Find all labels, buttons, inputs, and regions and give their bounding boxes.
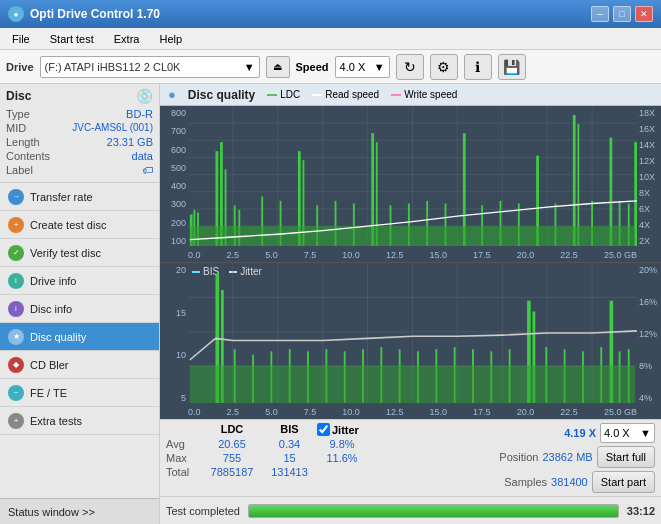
write-speed-legend-dot <box>391 94 401 96</box>
menu-start-test[interactable]: Start test <box>42 31 102 47</box>
position-row: Position 23862 MB Start full <box>499 446 655 468</box>
verify-test-disc-icon: ✓ <box>8 245 24 261</box>
speed-label: Speed <box>296 61 329 73</box>
progress-section: Test completed 33:12 <box>160 496 661 524</box>
window-controls: ─ □ ✕ <box>591 6 653 22</box>
disc-icon: 💿 <box>136 88 153 104</box>
ldc-legend: LDC <box>267 89 300 100</box>
save-button[interactable]: 💾 <box>498 54 526 80</box>
toolbar: Drive (F:) ATAPI iHBS112 2 CL0K ▼ ⏏ Spee… <box>0 50 661 84</box>
refresh-button[interactable]: ↻ <box>396 54 424 80</box>
sidebar: Disc 💿 Type BD-R MID JVC-AMS6L (001) Len… <box>0 84 160 524</box>
drive-selector[interactable]: (F:) ATAPI iHBS112 2 CL0K ▼ <box>40 56 260 78</box>
menu-file[interactable]: File <box>4 31 38 47</box>
main-layout: Disc 💿 Type BD-R MID JVC-AMS6L (001) Len… <box>0 84 661 524</box>
stats-area: LDC BIS Jitter Avg 20.65 0.34 9.8% Max 7… <box>160 419 661 496</box>
cd-bler-label: CD Bler <box>30 359 69 371</box>
create-test-disc-icon: + <box>8 217 24 233</box>
start-full-button[interactable]: Start full <box>597 446 655 468</box>
menu-help[interactable]: Help <box>151 31 190 47</box>
sidebar-item-cd-bler[interactable]: ◆ CD Bler <box>0 351 159 379</box>
speed-selector[interactable]: 4.0 X ▼ <box>335 56 390 78</box>
minimize-button[interactable]: ─ <box>591 6 609 22</box>
total-bis: 131413 <box>262 466 317 478</box>
info-button[interactable]: ℹ <box>464 54 492 80</box>
ldc-col-header: LDC <box>202 423 262 436</box>
contents-label: Contents <box>6 150 50 162</box>
drive-info-label: Drive info <box>30 275 76 287</box>
read-speed-legend: Read speed <box>312 89 379 100</box>
samples-value: 381400 <box>551 476 588 488</box>
position-label: Position <box>499 451 538 463</box>
avg-speed-value: 4.19 X <box>564 427 596 439</box>
progress-time: 33:12 <box>627 505 655 517</box>
sidebar-item-disc-quality[interactable]: ★ Disc quality <box>0 323 159 351</box>
status-window-button[interactable]: Status window >> <box>0 498 159 524</box>
sidebar-item-extra-tests[interactable]: + Extra tests <box>0 407 159 435</box>
drive-label: Drive <box>6 61 34 73</box>
speed-value: 4.0 X <box>340 61 366 73</box>
svg-rect-90 <box>190 365 635 403</box>
app-icon: ● <box>8 6 24 22</box>
jitter-col-header: Jitter <box>332 424 359 436</box>
speed-dropdown[interactable]: 4.0 X ▼ <box>600 423 655 443</box>
jitter-checkbox[interactable] <box>317 423 330 436</box>
settings-button[interactable]: ⚙ <box>430 54 458 80</box>
chart-title: Disc quality <box>188 88 255 102</box>
length-value: 23.31 GB <box>107 136 153 148</box>
speed-row: 4.19 X 4.0 X ▼ <box>564 423 655 443</box>
upper-chart-y-labels-left: 800700600500400300200100 <box>160 106 188 246</box>
fe-te-icon: ~ <box>8 385 24 401</box>
avg-jitter: 9.8% <box>317 438 367 450</box>
close-button[interactable]: ✕ <box>635 6 653 22</box>
read-speed-legend-dot <box>312 94 322 96</box>
avg-ldc: 20.65 <box>202 438 262 450</box>
progress-bar-fill <box>249 505 618 517</box>
samples-label: Samples <box>504 476 547 488</box>
upper-chart: 800700600500400300200100 18X16X14X12X10X… <box>160 106 661 263</box>
read-speed-legend-label: Read speed <box>325 89 379 100</box>
sidebar-item-fe-te[interactable]: ~ FE / TE <box>0 379 159 407</box>
disc-quality-label: Disc quality <box>30 331 86 343</box>
charts-container: 800700600500400300200100 18X16X14X12X10X… <box>160 106 661 419</box>
max-jitter: 11.6% <box>317 452 367 464</box>
speed-dropdown-arrow: ▼ <box>640 427 651 439</box>
transfer-rate-label: Transfer rate <box>30 191 93 203</box>
transfer-rate-icon: → <box>8 189 24 205</box>
type-value: BD-R <box>126 108 153 120</box>
verify-test-disc-label: Verify test disc <box>30 247 101 259</box>
content-area: ● Disc quality LDC Read speed Write spee… <box>160 84 661 524</box>
status-window-label: Status window >> <box>8 506 95 518</box>
stats-header-row: LDC BIS Jitter <box>166 423 491 436</box>
type-label: Type <box>6 108 30 120</box>
maximize-button[interactable]: □ <box>613 6 631 22</box>
speed-dropdown-value: 4.0 X <box>604 427 630 439</box>
disc-quality-icon: ★ <box>8 329 24 345</box>
sidebar-item-create-test-disc[interactable]: + Create test disc <box>0 211 159 239</box>
disc-panel: Disc 💿 Type BD-R MID JVC-AMS6L (001) Len… <box>0 84 159 183</box>
start-part-button[interactable]: Start part <box>592 471 655 493</box>
position-value: 23862 MB <box>542 451 592 463</box>
label-label: Label <box>6 164 33 176</box>
upper-chart-x-labels: 0.02.55.07.510.012.515.017.520.022.525.0… <box>188 250 637 260</box>
lower-chart-y-labels-right: 20%16%12%8%4% <box>637 263 661 403</box>
sidebar-item-disc-info[interactable]: i Disc info <box>0 295 159 323</box>
sidebar-item-verify-test-disc[interactable]: ✓ Verify test disc <box>0 239 159 267</box>
sidebar-item-drive-info[interactable]: i Drive info <box>0 267 159 295</box>
avg-bis: 0.34 <box>262 438 317 450</box>
length-label: Length <box>6 136 40 148</box>
drive-value: (F:) ATAPI iHBS112 2 CL0K <box>45 61 181 73</box>
total-ldc: 7885187 <box>202 466 262 478</box>
lower-chart-svg <box>188 263 637 403</box>
title-bar: ● Opti Drive Control 1.70 ─ □ ✕ <box>0 0 661 28</box>
cd-bler-icon: ◆ <box>8 357 24 373</box>
sidebar-nav: → Transfer rate + Create test disc ✓ Ver… <box>0 183 159 498</box>
eject-button[interactable]: ⏏ <box>266 56 290 78</box>
upper-chart-svg <box>188 106 637 246</box>
menu-extra[interactable]: Extra <box>106 31 148 47</box>
mid-value: JVC-AMS6L (001) <box>72 122 153 134</box>
disc-info-icon: i <box>8 301 24 317</box>
sidebar-item-transfer-rate[interactable]: → Transfer rate <box>0 183 159 211</box>
extra-tests-icon: + <box>8 413 24 429</box>
label-icon: 🏷 <box>142 164 153 176</box>
